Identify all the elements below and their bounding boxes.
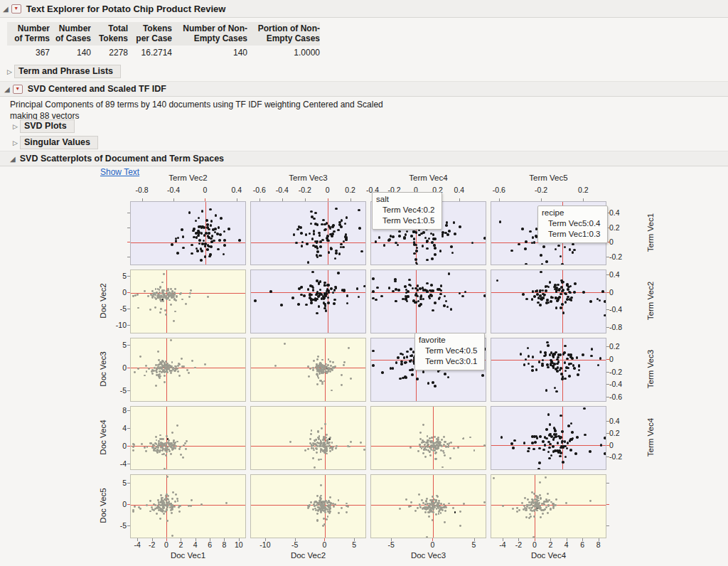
data-point[interactable] [254,299,257,302]
data-point[interactable] [132,446,134,448]
data-point[interactable] [289,441,291,443]
data-point[interactable] [323,292,326,295]
data-point[interactable] [604,314,606,317]
data-point[interactable] [178,375,181,377]
data-point[interactable] [388,238,391,241]
data-point[interactable] [537,468,540,471]
data-point[interactable] [323,518,325,520]
data-point[interactable] [178,363,181,365]
data-point[interactable] [390,235,392,237]
data-point[interactable] [424,506,426,508]
data-point[interactable] [564,370,567,373]
data-point[interactable] [166,520,168,522]
data-point[interactable] [316,513,318,515]
data-point[interactable] [327,297,330,299]
data-point[interactable] [574,452,577,455]
data-point[interactable] [533,295,536,298]
data-point[interactable] [166,451,168,453]
data-point[interactable] [408,284,411,287]
data-point[interactable] [569,248,572,251]
data-point[interactable] [415,294,418,297]
data-point[interactable] [186,369,188,371]
data-point[interactable] [570,422,573,425]
data-point[interactable] [531,365,534,368]
data-point[interactable] [441,445,443,447]
data-point[interactable] [438,513,440,515]
data-point[interactable] [307,448,309,450]
data-point[interactable] [527,347,530,350]
data-point[interactable] [161,371,163,373]
data-point[interactable] [319,444,321,447]
data-point[interactable] [180,454,182,456]
data-point[interactable] [432,233,435,236]
data-point[interactable] [443,304,446,307]
data-point[interactable] [400,363,403,365]
data-point[interactable] [547,301,550,304]
data-point[interactable] [533,516,535,518]
data-point[interactable] [426,247,429,250]
data-point[interactable] [145,450,147,452]
data-point[interactable] [560,415,562,417]
data-point[interactable] [557,442,560,444]
data-point[interactable] [320,484,322,486]
data-point[interactable] [148,368,150,370]
data-point[interactable] [421,447,423,449]
data-point[interactable] [397,289,400,292]
data-point[interactable] [174,288,176,290]
data-point[interactable] [179,446,181,448]
data-point[interactable] [562,289,564,292]
scatter-cell-docvec5-vs-docvec2[interactable] [250,474,366,538]
data-point[interactable] [520,353,523,356]
data-point[interactable] [162,300,164,302]
data-point[interactable] [440,512,442,514]
data-point[interactable] [429,437,431,439]
data-point[interactable] [422,370,425,373]
data-point[interactable] [340,243,343,246]
scatter-cell-docvec4-vs-docvec2[interactable] [250,406,366,470]
data-point[interactable] [414,287,417,290]
data-point[interactable] [155,436,157,438]
data-point[interactable] [314,212,317,215]
data-point[interactable] [430,509,432,511]
data-point[interactable] [549,423,552,426]
data-point[interactable] [454,511,456,513]
data-point[interactable] [538,447,541,450]
data-point[interactable] [555,390,558,393]
data-point[interactable] [539,494,541,496]
data-point[interactable] [434,301,437,304]
data-point[interactable] [540,351,542,353]
scatter-cell-docvec2-vs-docvec1[interactable] [130,269,246,333]
data-point[interactable] [200,232,203,235]
data-point[interactable] [218,226,220,229]
data-point[interactable] [552,507,555,509]
data-point[interactable] [589,300,592,303]
data-point[interactable] [398,235,401,237]
data-point[interactable] [324,511,326,513]
data-point[interactable] [156,513,158,515]
data-point[interactable] [406,356,409,358]
data-point[interactable] [163,370,165,372]
data-point[interactable] [323,284,326,287]
data-point[interactable] [155,385,157,387]
scatter-cell-termvec4-vs-termvec5[interactable] [491,406,606,470]
data-point[interactable] [341,507,343,509]
data-point[interactable] [437,437,439,439]
data-point[interactable] [171,243,173,246]
data-point[interactable] [412,287,414,290]
data-point[interactable] [170,372,172,374]
data-point[interactable] [309,442,311,444]
data-point[interactable] [343,361,346,363]
data-point[interactable] [191,244,193,247]
data-point[interactable] [238,239,241,242]
data-point[interactable] [168,450,171,452]
data-point[interactable] [561,263,564,266]
data-point[interactable] [210,220,213,223]
data-point[interactable] [442,450,444,452]
data-point[interactable] [416,247,419,250]
data-point[interactable] [170,339,172,341]
data-point[interactable] [411,368,414,371]
data-point[interactable] [323,297,326,299]
data-point[interactable] [132,449,134,452]
data-point[interactable] [312,457,314,459]
data-point[interactable] [408,506,410,508]
